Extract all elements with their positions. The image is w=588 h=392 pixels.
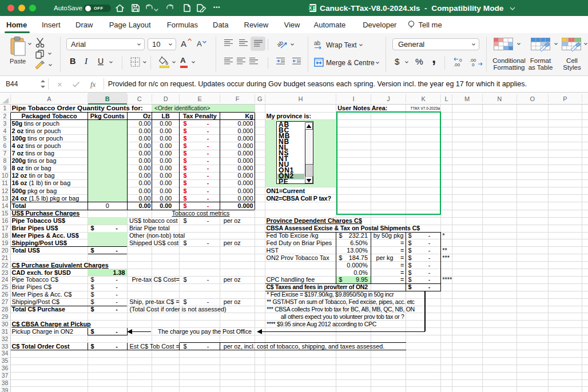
svg-text:.00: .00 [454, 62, 460, 67]
svg-text:X: X [309, 6, 312, 11]
svg-text:ab: ab [276, 39, 285, 49]
svg-text:0: 0 [472, 62, 475, 67]
svg-text:ab: ab [314, 40, 321, 46]
